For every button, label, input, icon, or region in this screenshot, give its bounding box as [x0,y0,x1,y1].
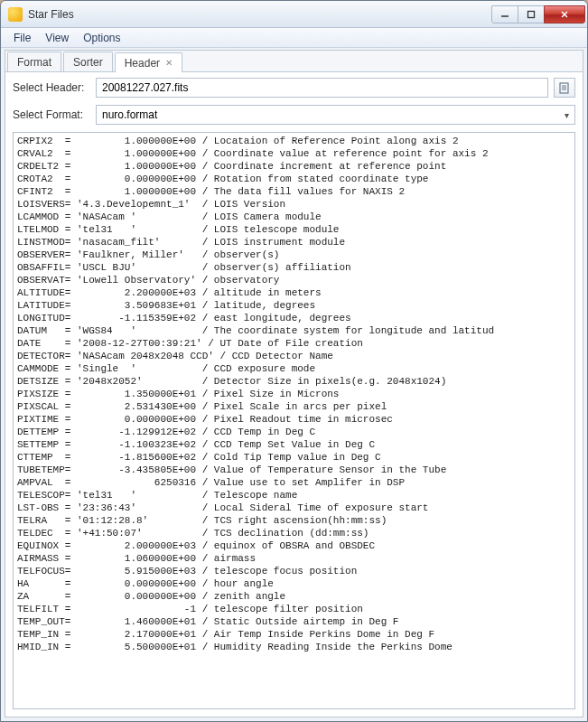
content-area: Format Sorter Header ✕ Select Header: Se… [5,50,583,717]
window-controls [492,5,585,23]
tabbar: Format Sorter Header ✕ [5,51,583,72]
tab-sorter[interactable]: Sorter [63,52,113,71]
tab-format[interactable]: Format [7,52,61,71]
header-text-content: CRPIX2 = 1.000000E+00 / Locataion of Ref… [14,133,574,655]
app-icon [8,7,23,22]
menu-options[interactable]: Options [76,30,127,46]
svg-rect-1 [528,11,535,17]
maximize-icon [527,10,536,19]
app-window: Star Files File View Options Format Sort… [0,0,588,722]
tab-label: Format [17,56,51,69]
header-text-view[interactable]: CRPIX2 = 1.000000E+00 / Locataion of Ref… [13,132,575,709]
menubar: File View Options [1,28,587,48]
select-format-label: Select Format: [13,108,90,121]
tab-label: Header [125,57,160,70]
select-header-label: Select Header: [13,81,90,94]
close-button[interactable] [544,5,585,23]
minimize-button[interactable] [491,5,518,23]
open-file-icon [558,81,571,94]
menu-file[interactable]: File [6,30,38,46]
open-file-button[interactable] [554,78,575,98]
window-title: Star Files [28,8,492,21]
tab-label: Sorter [73,56,103,69]
maximize-button[interactable] [518,5,545,23]
tab-header[interactable]: Header ✕ [115,52,182,72]
select-format-combo[interactable]: nuro.format ▾ [96,105,575,125]
select-format-value: nuro.format [102,108,157,121]
select-header-input[interactable] [96,78,548,98]
titlebar[interactable]: Star Files [1,1,587,28]
chevron-down-icon: ▾ [565,110,569,120]
select-header-row: Select Header: [5,72,583,99]
minimize-icon [500,10,509,19]
select-format-row: Select Format: nuro.format ▾ [5,99,583,127]
tab-close-icon[interactable]: ✕ [165,58,173,68]
close-icon [560,10,569,19]
menu-view[interactable]: View [38,30,76,46]
